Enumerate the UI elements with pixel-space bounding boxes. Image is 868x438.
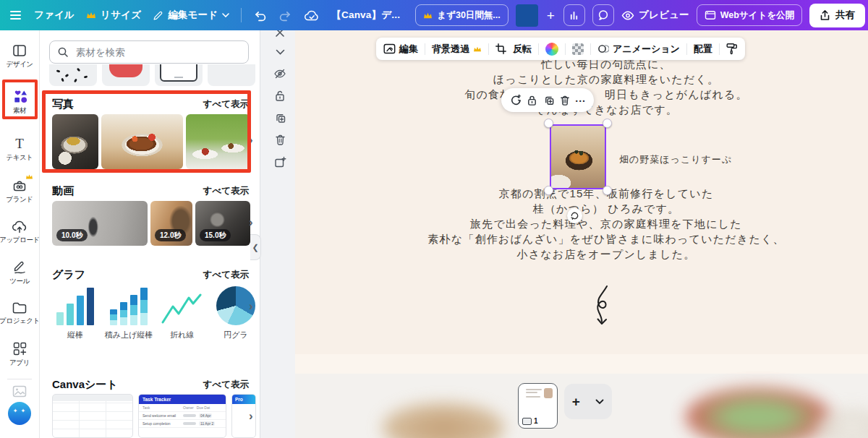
comment-icon[interactable] [509, 94, 522, 106]
document-title[interactable]: 【Canva】デ... [331, 9, 400, 22]
sheet-thumbnail-blank[interactable] [52, 394, 133, 438]
trial-button[interactable]: まず30日間無... [415, 4, 508, 26]
resize-menu[interactable]: リサイズ [86, 9, 141, 22]
crown-icon [473, 46, 482, 53]
insights-button[interactable] [563, 4, 585, 26]
trash-icon[interactable] [560, 95, 570, 106]
background-remove-button[interactable]: 背景透過 [432, 43, 482, 56]
photo-thumbnail-1[interactable] [52, 114, 98, 169]
photo-thumbnail-2[interactable] [101, 114, 183, 169]
edit-mode-label: 編集モード [168, 9, 218, 22]
text-line: 旅先で出会った料理や、京の家庭料理を下地にした [396, 216, 816, 231]
team-avatar[interactable] [516, 4, 538, 27]
element-tile-graphics[interactable] [49, 64, 97, 86]
videos-next-chevron[interactable]: › [249, 215, 253, 230]
more-options-icon[interactable]: ... [575, 98, 586, 103]
photo-thumbnail-3[interactable] [186, 114, 250, 169]
panel-collapse-button[interactable]: ❮ [250, 234, 261, 260]
preview-button[interactable]: プレビュー [621, 9, 689, 22]
chart-item-line[interactable]: 折れ線 [159, 285, 205, 340]
sheets-next-chevron[interactable]: › [249, 409, 253, 424]
chevron-down-icon [222, 13, 229, 17]
color-picker-button[interactable] [545, 43, 558, 56]
sheet-title: Task Tracker [139, 395, 226, 404]
resize-handle-top-right[interactable] [603, 119, 612, 128]
chart-item-bar[interactable]: 縦棒 [52, 285, 98, 340]
animate-button[interactable]: アニメーション [597, 43, 680, 56]
duplicate-icon[interactable] [543, 95, 555, 106]
charts-see-all-link[interactable]: すべて表示 [203, 269, 249, 281]
menu-icon[interactable] [9, 8, 22, 22]
image-placeholder-icon[interactable] [12, 385, 27, 398]
search-input[interactable] [75, 46, 219, 59]
crop-button[interactable] [495, 43, 506, 54]
sheet-row: Send welcome email 04 Apr [139, 412, 226, 420]
lock-icon[interactable] [266, 87, 294, 104]
element-tile-misc[interactable] [208, 64, 255, 86]
element-tile-frame[interactable] [155, 64, 203, 86]
squiggle-arrow-graphic[interactable] [587, 285, 619, 328]
photos-see-all-link[interactable]: すべて表示 [203, 98, 249, 111]
profile-text-block[interactable]: 京都の割烹で15年、板前修行をしていた 桂（かつら） ひろみです。 旅先で出会っ… [396, 186, 816, 262]
paint-roller-button[interactable] [726, 43, 738, 55]
sheets-see-all-link[interactable]: すべて表示 [203, 379, 249, 391]
position-button[interactable]: 配置 [694, 43, 712, 56]
resize-handle-bottom-right[interactable] [603, 186, 612, 195]
soup-caption-text[interactable]: 畑の野菜ほっこりすーぷ [619, 153, 735, 166]
page-image-icon [522, 418, 532, 425]
sheet-thumbnail-task-tracker[interactable]: Task Tracker Task Owner Due Dat Send wel… [138, 394, 226, 438]
resize-handle-bottom-left[interactable] [544, 186, 553, 195]
intro-text-block[interactable]: 忙しい毎日の句読点に、 ほっこりとした京の家庭料理をいただく。 旬の食材た明日も… [396, 56, 816, 117]
edit-mode-menu[interactable]: 編集モード [153, 9, 229, 22]
video-thumbnail-3[interactable]: 15.0秒 [195, 201, 250, 246]
chevron-down-icon[interactable] [266, 43, 294, 61]
invite-plus-button[interactable]: + [545, 9, 556, 22]
bar-chart-graphic [52, 285, 98, 325]
sidebar-item-projects[interactable]: プロジェクト [0, 297, 40, 331]
comments-button[interactable] [592, 4, 614, 26]
apps-grid-icon [12, 341, 27, 356]
sidebar-item-uploads[interactable]: アップロード [0, 215, 40, 250]
trash-icon[interactable] [266, 131, 294, 148]
publish-label: Webサイトを公開 [720, 9, 794, 22]
redo-button[interactable] [278, 9, 292, 22]
share-button[interactable]: 共有 [809, 4, 865, 27]
duplicate-icon[interactable] [266, 109, 294, 126]
add-to-page-icon[interactable] [266, 153, 294, 171]
selected-soup-image[interactable] [550, 124, 606, 189]
sidebar-item-apps[interactable]: アプリ [0, 337, 40, 373]
sheet-columns: Task Owner Due Dat [139, 404, 226, 412]
sidebar-item-text[interactable]: T テキスト [0, 132, 40, 168]
publish-website-button[interactable]: Webサイトを公開 [697, 4, 802, 26]
page-section-break [295, 354, 868, 374]
cloud-sync-icon[interactable] [304, 9, 320, 22]
photos-next-chevron[interactable]: › [249, 133, 253, 147]
expand-pages-chevron[interactable] [595, 399, 604, 405]
sidebar-item-design[interactable]: デザイン [0, 39, 40, 74]
sidebar-item-brand[interactable]: ブランド [0, 173, 40, 210]
charts-next-chevron[interactable]: › [249, 299, 253, 314]
video-thumbnail-2[interactable]: 12.0秒 [150, 201, 192, 246]
video-duration-badge: 12.0秒 [155, 229, 186, 241]
page-thumbnail-1[interactable]: 1 [518, 383, 558, 429]
search-box[interactable] [49, 40, 249, 64]
chart-item-stacked-bar[interactable]: 積み上げ縦棒 [106, 285, 152, 340]
sidebar-item-tools[interactable]: ツール [0, 256, 40, 291]
transparency-button[interactable] [572, 43, 584, 55]
lock-icon[interactable] [527, 95, 537, 106]
add-page-button[interactable]: + [572, 394, 580, 410]
element-tile-speech-bubble[interactable] [102, 64, 150, 86]
edit-image-button[interactable]: 編集 [383, 43, 418, 56]
element-quick-toolbar: ... [501, 88, 594, 112]
thumbnail-image [544, 388, 553, 398]
sidebar-item-elements[interactable]: 素材 [0, 85, 40, 121]
undo-button[interactable] [253, 9, 267, 22]
resize-handle-top-left[interactable] [544, 119, 553, 128]
videos-see-all-link[interactable]: すべて表示 [203, 185, 249, 197]
video-thumbnail-1[interactable]: 10.0秒 [52, 201, 148, 246]
flip-button[interactable]: 反転 [513, 43, 532, 56]
file-menu[interactable]: ファイル [34, 9, 75, 22]
canva-assistant-button[interactable] [8, 402, 31, 425]
hide-eye-icon[interactable] [266, 65, 294, 82]
divider [241, 8, 242, 22]
